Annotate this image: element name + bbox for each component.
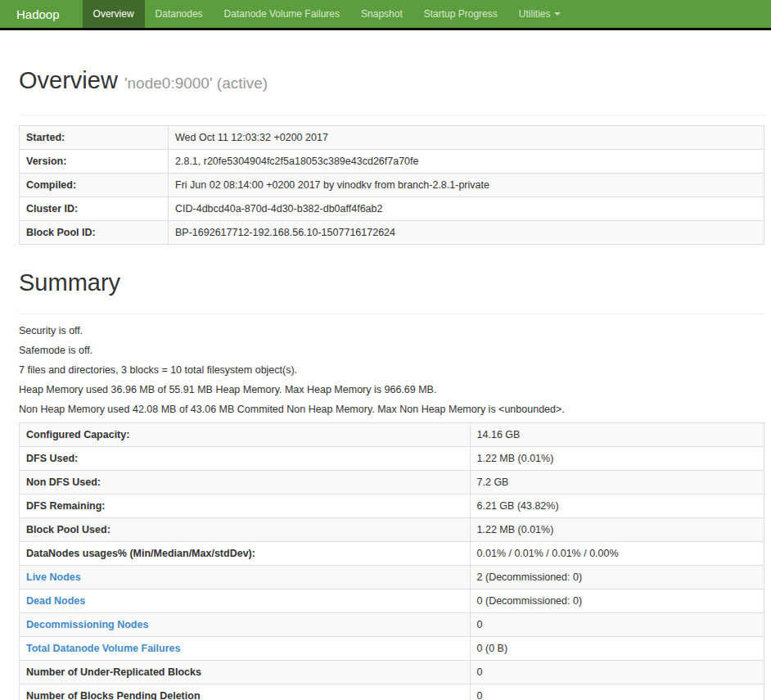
divider — [19, 314, 764, 314]
row-value: 1.22 MB (0.01%) — [470, 447, 764, 471]
table-row-total-datanode-volume-failures: Total Datanode Volume Failures 0 (0 B) — [20, 637, 764, 661]
navbar: Hadoop Overview Datanodes Datanode Volum… — [0, 0, 771, 30]
security-status-text: Security is off. — [19, 324, 764, 338]
row-label: Non DFS Used: — [20, 471, 471, 495]
table-row-compiled: Compiled: Fri Jun 02 08:14:00 +0200 2017… — [20, 174, 764, 197]
summary-heading: Summary — [19, 269, 764, 296]
table-row-decommissioning-nodes: Decommissioning Nodes 0 — [20, 613, 764, 637]
row-value: 0 (0 B) — [470, 637, 764, 661]
row-value: 0 — [470, 613, 764, 637]
row-label: Block Pool ID: — [20, 221, 169, 245]
nav-tabs: Overview Datanodes Datanode Volume Failu… — [83, 0, 572, 28]
filesystem-objects-text: 7 files and directories, 3 blocks = 10 t… — [19, 364, 764, 377]
safemode-status-text: Safemode is off. — [19, 344, 764, 358]
main-content: Overview 'node0:9000' (active) Started: … — [19, 67, 764, 700]
tab-snapshot[interactable]: Snapshot — [350, 0, 413, 28]
table-row-non-dfs-used: Non DFS Used: 7.2 GB — [20, 471, 764, 495]
row-label: Number of Blocks Pending Deletion — [20, 684, 471, 700]
row-value: CID-4dbcd40a-870d-4d30-b382-db0aff4f6ab2 — [169, 197, 764, 221]
table-row-blocks-pending-deletion: Number of Blocks Pending Deletion 0 — [20, 684, 764, 700]
row-label: DFS Used: — [20, 447, 471, 471]
row-label: Compiled: — [20, 174, 169, 197]
row-value: 1.22 MB (0.01%) — [470, 518, 764, 542]
row-label: Version: — [20, 150, 169, 174]
table-row-under-replicated-blocks: Number of Under-Replicated Blocks 0 — [20, 661, 764, 684]
dead-nodes-link[interactable]: Dead Nodes — [26, 595, 85, 607]
row-value: 0.01% / 0.01% / 0.01% / 0.00% — [470, 542, 764, 566]
summary-table: Configured Capacity: 14.16 GB DFS Used: … — [19, 422, 764, 700]
table-row-datanode-usages: DataNodes usages% (Min/Median/Max/stdDev… — [20, 542, 764, 566]
divider — [19, 115, 764, 115]
non-heap-memory-text: Non Heap Memory used 42.08 MB of 43.06 M… — [19, 403, 764, 417]
table-row-dfs-used: DFS Used: 1.22 MB (0.01%) — [20, 447, 764, 471]
table-row-configured-capacity: Configured Capacity: 14.16 GB — [20, 423, 764, 447]
row-value: Wed Oct 11 12:03:32 +0200 2017 — [169, 126, 764, 150]
row-value: BP-1692617712-192.168.56.10-150771617262… — [169, 221, 764, 245]
namenode-address-status: 'node0:9000' (active) — [124, 75, 268, 92]
tab-utilities-label: Utilities — [519, 8, 551, 20]
page-title-text: Overview — [19, 67, 118, 93]
row-value: Fri Jun 02 08:14:00 +0200 2017 by vinodk… — [169, 174, 764, 197]
row-value: 7.2 GB — [470, 471, 764, 495]
table-row-block-pool-used: Block Pool Used: 1.22 MB (0.01%) — [20, 518, 764, 542]
tab-datanode-volume-failures[interactable]: Datanode Volume Failures — [214, 0, 350, 28]
row-value: 0 (Decommissioned: 0) — [470, 589, 764, 613]
table-row-dead-nodes: Dead Nodes 0 (Decommissioned: 0) — [20, 589, 764, 613]
row-value: 14.16 GB — [470, 423, 764, 447]
row-label: DFS Remaining: — [20, 495, 471, 518]
live-nodes-link[interactable]: Live Nodes — [26, 571, 81, 583]
row-label: Configured Capacity: — [20, 423, 471, 447]
table-row-cluster-id: Cluster ID: CID-4dbcd40a-870d-4d30-b382-… — [20, 197, 764, 221]
row-label: Block Pool Used: — [20, 518, 471, 542]
page-title: Overview 'node0:9000' (active) — [19, 67, 764, 97]
row-label: Cluster ID: — [20, 197, 169, 221]
row-label: DataNodes usages% (Min/Median/Max/stdDev… — [20, 542, 471, 566]
decommissioning-nodes-link[interactable]: Decommissioning Nodes — [26, 619, 148, 630]
tab-utilities-dropdown[interactable]: Utilities — [508, 0, 572, 28]
table-row-version: Version: 2.8.1, r20fe5304904fc2f5a18053c… — [20, 150, 764, 174]
total-datanode-volume-failures-link[interactable]: Total Datanode Volume Failures — [26, 643, 180, 654]
summary-paragraphs: Security is off. Safemode is off. 7 file… — [19, 324, 764, 417]
row-label: Started: — [20, 126, 169, 150]
row-value: 2.8.1, r20fe5304904fc2f5a18053c389e43cd2… — [169, 150, 764, 174]
row-value: 0 — [470, 661, 764, 684]
row-value: 0 — [470, 684, 764, 700]
tab-overview[interactable]: Overview — [83, 0, 145, 28]
namenode-info-table: Started: Wed Oct 11 12:03:32 +0200 2017 … — [19, 125, 764, 245]
row-value: 2 (Decommissioned: 0) — [470, 566, 764, 589]
row-value: 6.21 GB (43.82%) — [470, 495, 764, 518]
row-label: Number of Under-Replicated Blocks — [20, 661, 471, 684]
table-row-dfs-remaining: DFS Remaining: 6.21 GB (43.82%) — [20, 495, 764, 518]
brand-hadoop[interactable]: Hadoop — [0, 0, 76, 28]
tab-datanodes[interactable]: Datanodes — [145, 0, 214, 28]
tab-startup-progress[interactable]: Startup Progress — [413, 0, 508, 28]
heap-memory-text: Heap Memory used 36.96 MB of 55.91 MB He… — [19, 383, 764, 397]
table-row-started: Started: Wed Oct 11 12:03:32 +0200 2017 — [20, 126, 764, 150]
table-row-block-pool-id: Block Pool ID: BP-1692617712-192.168.56.… — [20, 221, 764, 245]
table-row-live-nodes: Live Nodes 2 (Decommissioned: 0) — [20, 566, 764, 589]
caret-down-icon — [554, 12, 561, 16]
